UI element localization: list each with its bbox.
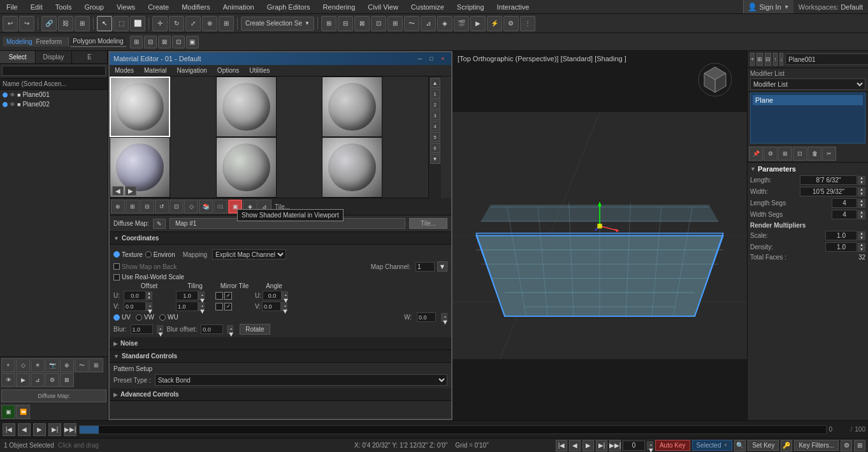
menu-group[interactable]: Group bbox=[78, 2, 110, 12]
angle-w-input[interactable] bbox=[417, 312, 436, 322]
texture-radio[interactable]: Texture bbox=[113, 251, 143, 258]
tiling-v-down[interactable]: ▼ bbox=[198, 307, 205, 311]
uv-radio[interactable]: UV bbox=[113, 314, 131, 321]
standard-controls-header[interactable]: ▼ Standard Controls bbox=[110, 350, 451, 363]
tiling-v-up[interactable]: ▲ bbox=[198, 302, 205, 307]
poly-btn-5[interactable]: ▣ bbox=[186, 36, 199, 48]
obj-name-input[interactable] bbox=[785, 54, 868, 65]
rh-btn-3[interactable]: ⊟ bbox=[765, 53, 771, 66]
mirror-v-checkbox[interactable] bbox=[215, 303, 223, 310]
rh-btn-5[interactable]: ↓ bbox=[779, 53, 784, 66]
anim-prev-frame[interactable]: ◀ bbox=[18, 423, 31, 436]
blur-input[interactable] bbox=[131, 324, 153, 334]
mat-id-btn[interactable]: 01 bbox=[213, 200, 228, 214]
playback-play[interactable]: ▶ bbox=[582, 440, 594, 451]
menu-animation[interactable]: Animation bbox=[217, 2, 261, 12]
tab-select[interactable]: Select bbox=[0, 51, 36, 63]
select-and-manipulate-btn[interactable]: ⊞ bbox=[219, 16, 234, 31]
scale-up[interactable]: ▲ bbox=[858, 231, 865, 236]
tiling-u-up[interactable]: ▲ bbox=[198, 291, 205, 296]
material-editor[interactable]: ◈ bbox=[437, 16, 452, 31]
tiling-v-input[interactable] bbox=[176, 302, 198, 311]
reset-map-btn[interactable]: ↺ bbox=[155, 200, 169, 214]
tab-display[interactable]: Display bbox=[36, 51, 71, 63]
settings-btn[interactable]: ⚙ bbox=[503, 16, 519, 31]
angle-v-up[interactable]: ▲ bbox=[281, 302, 287, 307]
density-down[interactable]: ▼ bbox=[858, 247, 865, 252]
mat-menu-modes[interactable]: Modes bbox=[110, 65, 139, 76]
ls-up[interactable]: ▲ bbox=[858, 199, 865, 203]
blur-up[interactable]: ▲ bbox=[157, 325, 163, 330]
poly-btn-4[interactable]: ⊡ bbox=[172, 36, 185, 48]
density-input[interactable]: 1.0 bbox=[825, 242, 857, 252]
toggle-ribbon[interactable]: ⊞ bbox=[387, 16, 403, 31]
modifier-plane-item[interactable]: Plane bbox=[753, 95, 863, 105]
angle-u-input[interactable] bbox=[263, 291, 282, 300]
render-setup[interactable]: 🎬 bbox=[454, 16, 469, 31]
mat-sphere-1[interactable] bbox=[110, 77, 170, 137]
mat-menu-utilities[interactable]: Utilities bbox=[244, 65, 275, 76]
viewport-btn[interactable]: ▣ bbox=[1, 405, 15, 419]
key-mode-btn[interactable]: 🔑 bbox=[781, 440, 792, 451]
advanced-controls-header[interactable]: ▶ Advanced Controls bbox=[110, 388, 451, 401]
anim-play[interactable]: ▶ bbox=[33, 423, 46, 436]
mat-sphere-3[interactable] bbox=[322, 77, 382, 137]
mat-sidebar-up[interactable]: ▲ bbox=[430, 78, 440, 88]
rt-btn-copy[interactable]: ⊡ bbox=[793, 147, 807, 161]
angle-w-up[interactable]: ▲ bbox=[441, 313, 447, 317]
list-item-plane001[interactable]: 👁 ■ Plane001 bbox=[0, 90, 108, 99]
frame-input[interactable] bbox=[623, 441, 645, 451]
rh-btn-4[interactable]: ↑ bbox=[773, 53, 778, 66]
tile-u-checkbox[interactable]: ✓ bbox=[224, 292, 232, 300]
angle-v-input[interactable] bbox=[262, 302, 281, 311]
modeling-tab[interactable]: Modeling bbox=[6, 38, 33, 45]
schematic-view[interactable]: ⊿ bbox=[421, 16, 436, 31]
mat-sidebar-5[interactable]: 5 bbox=[430, 132, 440, 142]
menu-rendering[interactable]: Rendering bbox=[317, 2, 362, 12]
rh-btn-2[interactable]: ⊞ bbox=[756, 53, 763, 66]
mirror-u-checkbox[interactable] bbox=[215, 292, 223, 300]
environ-radio[interactable]: Environ bbox=[145, 251, 175, 258]
ws-up[interactable]: ▲ bbox=[858, 210, 865, 215]
curve-editor[interactable]: 〜 bbox=[404, 16, 419, 31]
menu-scripting[interactable]: Scripting bbox=[451, 2, 491, 12]
offset-v-input[interactable] bbox=[124, 302, 146, 311]
rt-btn-pin[interactable]: 📌 bbox=[749, 147, 763, 161]
poly-btn-1[interactable]: ⊞ bbox=[130, 36, 143, 48]
real-world-check[interactable]: Use Real-World Scale bbox=[113, 273, 184, 281]
map-channel-input[interactable] bbox=[416, 262, 435, 272]
preset-type-select[interactable]: Stack Bond bbox=[155, 374, 447, 386]
offset-v-up[interactable]: ▲ bbox=[146, 302, 152, 307]
selected-dropdown[interactable]: Selected ▼ bbox=[692, 440, 733, 451]
object-search-input[interactable] bbox=[2, 66, 106, 76]
modifier-list-select[interactable]: Modifier List bbox=[750, 78, 865, 90]
mat-minimize-btn[interactable]: ─ bbox=[416, 54, 424, 63]
mat-sphere-6[interactable] bbox=[322, 137, 382, 198]
move-btn[interactable]: ✛ bbox=[152, 16, 168, 31]
noise-section-header[interactable]: ▶ Noise bbox=[110, 337, 451, 350]
mat-menu-material[interactable]: Material bbox=[139, 65, 172, 76]
mat-maximize-btn[interactable]: □ bbox=[427, 54, 436, 63]
vw-radio[interactable]: VW bbox=[136, 314, 154, 321]
select-btn[interactable]: ↖ bbox=[97, 16, 112, 31]
viewport[interactable]: [Top Orthographic (Perspective)] [Standa… bbox=[452, 51, 747, 420]
lights-icon[interactable]: ☀ bbox=[31, 358, 45, 372]
poly-btn-2[interactable]: ⊟ bbox=[144, 36, 157, 48]
offset-u-down[interactable]: ▼ bbox=[146, 296, 152, 300]
key-filters-btn[interactable]: Key Filters... bbox=[794, 440, 839, 451]
anim-timeline[interactable] bbox=[79, 425, 827, 434]
menu-graph-editors[interactable]: Graph Editors bbox=[261, 2, 317, 12]
ws-down[interactable]: ▼ bbox=[858, 215, 865, 219]
layer-manager[interactable]: ⊡ bbox=[371, 16, 386, 31]
offset-u-up[interactable]: ▲ bbox=[146, 291, 152, 296]
blur-down[interactable]: ▼ bbox=[157, 330, 163, 334]
window-crossing-btn[interactable]: ⬜ bbox=[130, 16, 145, 31]
blur-offset-down[interactable]: ▼ bbox=[227, 330, 233, 334]
mat-sidebar-2[interactable]: 2 bbox=[430, 99, 440, 110]
put-to-scene-btn[interactable]: ⊞ bbox=[126, 200, 140, 214]
playback-next[interactable]: ▶| bbox=[596, 440, 607, 451]
reactor-icon[interactable]: ⊠ bbox=[60, 373, 74, 387]
more-tools[interactable]: ⋮ bbox=[520, 16, 535, 31]
anim-next-frame[interactable]: ▶| bbox=[48, 423, 61, 436]
render-frame[interactable]: ▶ bbox=[470, 16, 486, 31]
